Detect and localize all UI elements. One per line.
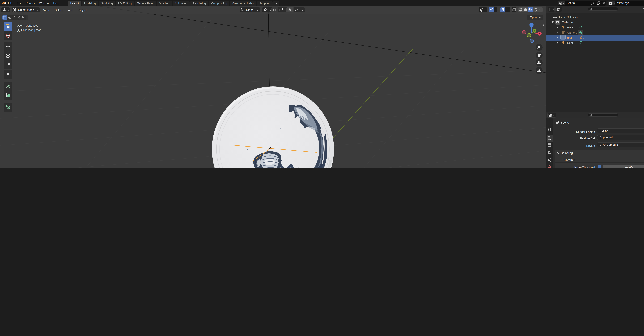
svg-text:Z: Z <box>531 24 532 26</box>
svg-text:X: X <box>539 33 540 35</box>
svg-text:Y: Y <box>534 30 536 32</box>
